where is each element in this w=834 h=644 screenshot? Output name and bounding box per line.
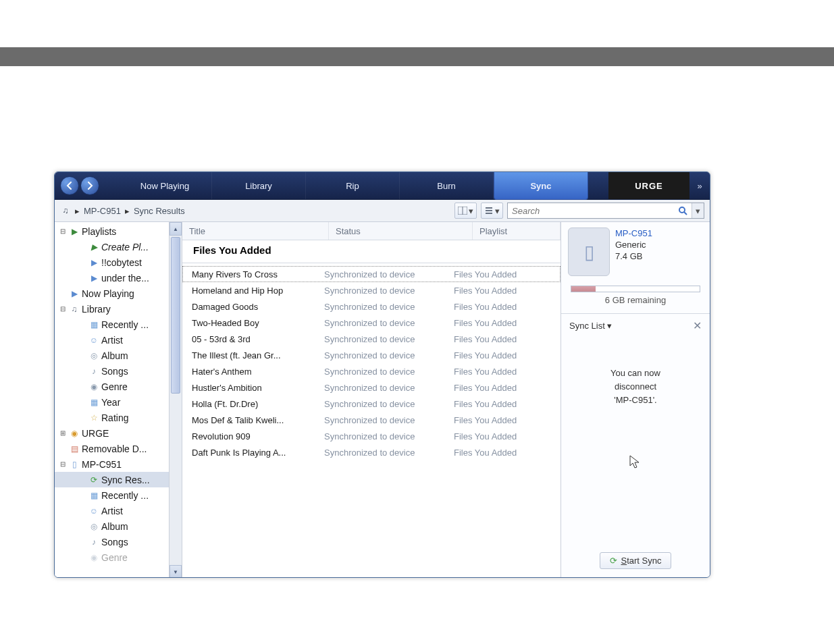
- row-status: Synchronized to device: [324, 286, 454, 296]
- urge-icon: ◉: [69, 428, 80, 439]
- scroll-up-button[interactable]: ▲: [170, 222, 182, 236]
- tree-label: Removable D...: [82, 444, 147, 454]
- tree-label: under the...: [101, 273, 149, 284]
- tab-library[interactable]: Library: [212, 172, 306, 199]
- row-playlist: Files You Added: [454, 431, 561, 441]
- tree-node-genre[interactable]: ◉ Genre: [55, 379, 182, 394]
- table-row[interactable]: Hater's AnthemSynchronized to deviceFile…: [182, 363, 561, 379]
- tree-label: Rating: [101, 412, 128, 423]
- capacity-remaining: 6 GB remaining: [561, 295, 710, 305]
- device-name[interactable]: MP-C951: [615, 227, 652, 239]
- search-dropdown[interactable]: ▾: [692, 203, 704, 218]
- tab-rip[interactable]: Rip: [306, 172, 400, 199]
- tree-node-artist[interactable]: ☺ Artist: [55, 503, 182, 518]
- tree-node-year[interactable]: ▦ Year: [55, 394, 182, 410]
- row-title: Hustler's Ambition: [182, 383, 324, 393]
- tree-node-device[interactable]: ⊟ ▯ MP-C951: [55, 456, 182, 472]
- tree-node-urge[interactable]: ⊞ ◉ URGE: [55, 425, 182, 441]
- tree-node-artist[interactable]: ☺ Artist: [55, 332, 182, 348]
- tree-node-playlists[interactable]: ⊟ ▶ Playlists: [55, 223, 182, 239]
- tree-node-songs[interactable]: ♪ Songs: [55, 363, 182, 379]
- table-row[interactable]: Revolution 909Synchronized to deviceFile…: [182, 428, 561, 444]
- tree-node-now-playing[interactable]: ▶ Now Playing: [55, 286, 182, 301]
- capacity-bar: [571, 286, 700, 292]
- search-box[interactable]: ▾: [507, 203, 704, 219]
- tree-node-album[interactable]: ◎ Album: [55, 518, 182, 534]
- table-row[interactable]: Holla (Ft. Dr.Dre)Synchronized to device…: [182, 396, 561, 412]
- column-playlist[interactable]: Playlist: [473, 222, 561, 240]
- tree-node-library[interactable]: ⊟ ♫ Library: [55, 301, 182, 317]
- view-layout-button[interactable]: ▾: [454, 203, 477, 219]
- scroll-down-button[interactable]: ▼: [170, 565, 182, 578]
- table-row[interactable]: The Illest (ft. Jean Gr...Synchronized t…: [182, 347, 561, 363]
- breadcrumb-device[interactable]: MP-C951: [84, 206, 121, 216]
- collapse-icon[interactable]: ⊟: [59, 227, 67, 235]
- row-title: Damaged Goods: [182, 302, 324, 312]
- column-title[interactable]: Title: [182, 222, 329, 240]
- results-rows: Many Rivers To CrossSynchronized to devi…: [182, 263, 561, 463]
- collapse-icon[interactable]: ⊟: [59, 305, 67, 313]
- start-sync-button[interactable]: ⟳ SStart Synctart Sync: [600, 552, 672, 569]
- column-status[interactable]: Status: [329, 222, 473, 240]
- tab-now-playing[interactable]: Now Playing: [118, 172, 212, 199]
- sync-list-dropdown[interactable]: Sync List ▾: [569, 321, 612, 331]
- tree-label: Album: [101, 521, 128, 532]
- row-playlist: Files You Added: [454, 399, 561, 409]
- collapse-icon[interactable]: ⊟: [59, 460, 67, 468]
- row-title: Holla (Ft. Dr.Dre): [182, 399, 324, 409]
- row-playlist: Files You Added: [454, 415, 561, 425]
- row-status: Synchronized to device: [324, 334, 454, 344]
- toolbar-overflow-button[interactable]: »: [689, 172, 710, 199]
- row-title: 05 - 53rd & 3rd: [182, 334, 324, 344]
- tree-label: Recently ...: [101, 490, 149, 501]
- rating-icon: ☆: [88, 412, 99, 423]
- expand-icon[interactable]: ⊞: [59, 429, 67, 437]
- scroll-thumb[interactable]: [171, 237, 180, 394]
- tree-node-album[interactable]: ◎ Album: [55, 348, 182, 363]
- device-icon: ▯: [69, 459, 80, 470]
- row-playlist: Files You Added: [454, 448, 561, 458]
- tree-node-playlist[interactable]: ▶ under the...: [55, 270, 182, 286]
- tree-node-create-playlist[interactable]: ▶ Create Pl...: [55, 239, 182, 254]
- tree-node-sync-results[interactable]: ⟳ Sync Res...: [55, 472, 182, 487]
- search-icon[interactable]: [674, 206, 692, 215]
- tab-burn[interactable]: Burn: [400, 172, 494, 199]
- close-sync-list-button[interactable]: ✕: [693, 319, 702, 332]
- table-row[interactable]: Daft Punk Is Playing A...Synchronized to…: [182, 444, 561, 460]
- tree-label: Create Pl...: [101, 242, 149, 252]
- row-playlist: Files You Added: [454, 318, 561, 328]
- sidebar-scrollbar[interactable]: ▲ ▼: [169, 222, 182, 578]
- tree-node-recently[interactable]: ▦ Recently ...: [55, 317, 182, 332]
- back-button[interactable]: [60, 176, 79, 195]
- tree-node-removable[interactable]: ▤ Removable D...: [55, 441, 182, 456]
- forward-button[interactable]: [80, 176, 99, 195]
- genre-icon: ◉: [88, 552, 99, 563]
- tree-label: Artist: [101, 335, 123, 346]
- tree-node-genre[interactable]: ◉ Genre: [55, 549, 182, 565]
- svg-point-5: [679, 207, 685, 213]
- table-row[interactable]: 05 - 53rd & 3rdSynchronized to deviceFil…: [182, 331, 561, 347]
- table-row[interactable]: Hustler's AmbitionSynchronized to device…: [182, 379, 561, 396]
- row-title: Two-Headed Boy: [182, 318, 324, 328]
- main-tabs: Now Playing Library Rip Burn Sync: [118, 172, 608, 199]
- urge-tab[interactable]: URGE: [608, 172, 689, 199]
- table-row[interactable]: Homeland and Hip HopSynchronized to devi…: [182, 282, 561, 298]
- tree-node-songs[interactable]: ♪ Songs: [55, 534, 182, 549]
- table-row[interactable]: Two-Headed BoySynchronized to deviceFile…: [182, 315, 561, 331]
- breadcrumb-separator: ▸: [75, 206, 80, 216]
- device-panel: ▯ MP-C951 Generic 7.4 GB 6 GB remaining …: [561, 222, 710, 578]
- sync-status-message: You can now disconnect 'MP-C951'.: [561, 367, 710, 407]
- table-row[interactable]: Mos Def & Talib Kweli...Synchronized to …: [182, 412, 561, 428]
- page-gray-band: [0, 47, 834, 66]
- breadcrumb-current[interactable]: Sync Results: [134, 206, 185, 216]
- view-list-button[interactable]: ▾: [481, 203, 503, 219]
- tree-node-playlist[interactable]: ▶ !!cobytest: [55, 254, 182, 270]
- search-input[interactable]: [508, 206, 674, 216]
- table-row[interactable]: Many Rivers To CrossSynchronized to devi…: [182, 266, 561, 282]
- table-row[interactable]: Damaged GoodsSynchronized to deviceFiles…: [182, 298, 561, 315]
- tree-node-recently[interactable]: ▦ Recently ...: [55, 487, 182, 503]
- tab-sync[interactable]: Sync: [494, 172, 588, 200]
- tree-node-rating[interactable]: ☆ Rating: [55, 410, 182, 425]
- tree-label: Recently ...: [101, 319, 149, 330]
- calendar-icon: ▦: [88, 490, 99, 501]
